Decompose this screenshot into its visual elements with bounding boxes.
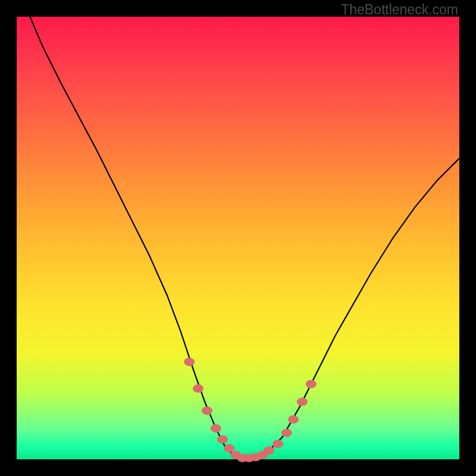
- curve-marker: [288, 415, 299, 424]
- curve-marker: [202, 406, 212, 415]
- curve-marker: [193, 384, 203, 393]
- curve-marker: [224, 444, 234, 452]
- chart-container: TheBottleneck.com: [0, 0, 476, 476]
- curve-marker: [306, 380, 317, 389]
- curve-marker: [281, 428, 292, 437]
- plot-area: [17, 17, 459, 459]
- curve-marker: [273, 440, 283, 448]
- marker-group: [184, 358, 317, 462]
- bottleneck-curve: [30, 17, 459, 458]
- curve-marker: [217, 436, 228, 444]
- curve-marker: [211, 424, 221, 433]
- curve-svg: [17, 17, 459, 459]
- curve-marker: [184, 358, 195, 366]
- curve-marker: [297, 397, 308, 406]
- curve-marker: [264, 446, 274, 455]
- attribution-text: TheBottleneck.com: [341, 2, 458, 18]
